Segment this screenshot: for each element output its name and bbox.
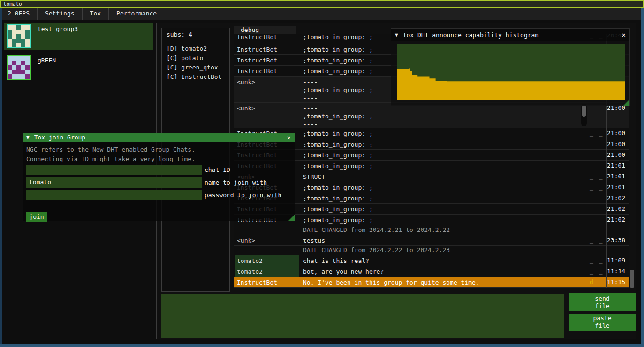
- join-field-name-to-join-with[interactable]: tomato: [26, 177, 202, 188]
- message-flags: _ _: [590, 268, 606, 275]
- dht-histogram-titlebar[interactable]: ▼ Tox DHT announce capability histogram …: [391, 29, 629, 41]
- collapse-icon[interactable]: ▼: [26, 133, 30, 142]
- scrollbar-thumb[interactable]: [630, 270, 634, 288]
- message-text: ;tomato_in_group: ;: [300, 204, 589, 215]
- message-text: testus: [300, 235, 589, 246]
- message-time: 21:01: [607, 184, 628, 191]
- subs-member[interactable]: [D] tomato2: [167, 45, 207, 52]
- message-text: bot, are you new here?: [300, 266, 589, 277]
- tab-debug[interactable]: debug: [234, 26, 296, 34]
- dht-histogram-title: Tox DHT announce capability histogram: [403, 29, 539, 41]
- sender-name: tomato2: [235, 266, 299, 277]
- scrollbar-thumb[interactable]: [582, 105, 586, 117]
- message-time: 21:02: [607, 205, 628, 212]
- message-text: ;tomato_in_group: ;: [300, 150, 589, 161]
- sender-name: <unk>: [235, 235, 299, 246]
- message-flags: _ _: [590, 257, 606, 264]
- sender-name: <unk>: [235, 103, 299, 114]
- close-icon[interactable]: ✕: [287, 133, 291, 142]
- message-time: 11:09: [607, 257, 628, 264]
- window-frame-bottom: [0, 344, 644, 347]
- join-button[interactable]: join: [26, 212, 47, 222]
- table-row[interactable]: tomato2bot, are you new here?_ _11:14: [234, 266, 629, 277]
- message-flags: _ _: [590, 237, 606, 244]
- message-flags: _ _: [590, 130, 606, 137]
- sender-name: tomato2: [235, 255, 299, 266]
- sender-name: InstructBot: [235, 44, 299, 55]
- subs-member[interactable]: [C] green_qtox: [167, 64, 218, 71]
- join-field-password-to-join-with[interactable]: [26, 190, 202, 200]
- send-file-button[interactable]: send file: [569, 293, 636, 311]
- sender-name: <unk>: [235, 77, 299, 87]
- table-row[interactable]: <unk>testus_ _23:38: [234, 235, 629, 246]
- message-text: ;tomato_in_group: ;: [300, 161, 589, 171]
- message-text: ;tomato_in_group: ;: [300, 193, 589, 204]
- join-group-title: Tox join Group: [34, 133, 86, 142]
- message-text: ;tomato_in_group: ;: [300, 139, 589, 150]
- send-file-label: send file: [590, 295, 614, 310]
- join-group-window: ▼ Tox join Group ✕ NGC refers to the New…: [23, 133, 295, 221]
- table-row[interactable]: <unk>----;tomato_in_group: ;----_ _21:00: [234, 103, 629, 128]
- subs-member[interactable]: [C] potato: [167, 54, 203, 62]
- sender-name: InstructBot: [235, 55, 299, 66]
- message-time: 21:02: [607, 194, 628, 201]
- group-avatar: [7, 24, 31, 48]
- table-row[interactable]: InstructBotNo, I've been in this group f…: [234, 277, 629, 288]
- separator: [166, 42, 226, 42]
- group-name: gREEN: [38, 57, 56, 64]
- message-flags: _ _: [590, 140, 606, 147]
- date-changed-label: DATE CHANGED from 2024.2.21 to 2024.2.22: [300, 226, 453, 233]
- message-text: No, I've been in this group for quite so…: [300, 277, 589, 288]
- message-time: 11:14: [607, 268, 628, 275]
- column-separator: [299, 34, 299, 288]
- menu-item-2-0fps[interactable]: 2.0FPS: [0, 8, 38, 20]
- histogram-area: [397, 44, 625, 100]
- message-flags: _ _: [590, 173, 606, 180]
- menu-item-performance[interactable]: Performance: [109, 8, 164, 20]
- table-row[interactable]: tomato2chat is this real?_ _11:09: [234, 255, 629, 266]
- table-row[interactable]: DATE CHANGED from 2024.2.21 to 2024.2.22: [234, 225, 629, 235]
- message-flags: d _: [590, 278, 606, 285]
- join-field-chat-ID[interactable]: [26, 165, 202, 175]
- message-time: 11:15: [607, 278, 628, 285]
- chat-scrollbar[interactable]: [629, 34, 635, 288]
- resize-grip-icon[interactable]: [623, 100, 629, 106]
- window-frame-right: [641, 8, 644, 347]
- join-group-body: NGC refers to the New DHT enabled Group …: [23, 142, 295, 221]
- sender-name: InstructBot: [235, 277, 299, 288]
- subs-count-label: subs: 4: [167, 31, 192, 38]
- sender-name: InstructBot: [235, 66, 299, 77]
- join-field-label: name to join with: [205, 179, 267, 186]
- menu-item-settings[interactable]: Settings: [38, 8, 83, 20]
- message-time: 21:01: [607, 162, 628, 169]
- message-time: 21:00: [607, 151, 628, 158]
- message-time: 21:01: [607, 173, 628, 180]
- message-text: STRUCT: [300, 171, 589, 182]
- message-text: ;tomato_in_group: ;: [300, 128, 589, 139]
- message-time: 23:38: [607, 237, 628, 244]
- message-cell-scrollbar[interactable]: [581, 104, 587, 126]
- table-row[interactable]: DATE CHANGED from 2024.2.22 to 2024.2.23: [234, 246, 629, 255]
- close-icon[interactable]: ✕: [622, 29, 626, 41]
- message-text: chat is this real?: [300, 255, 589, 266]
- sidebar-group-gREEN[interactable]: gREEN: [4, 54, 153, 82]
- collapse-icon[interactable]: ▼: [395, 29, 398, 41]
- join-field-label: password to join with: [205, 192, 281, 199]
- subs-member[interactable]: [C] InstructBot: [167, 73, 221, 80]
- paste-file-label: paste file: [590, 315, 614, 330]
- window-frame-left: [0, 8, 2, 344]
- message-flags: _ _: [590, 216, 606, 223]
- message-input[interactable]: [161, 294, 564, 338]
- message-text: ;tomato_in_group: ;: [300, 182, 589, 193]
- menu-item-tox[interactable]: Tox: [83, 8, 109, 20]
- histogram-series: [397, 69, 625, 100]
- message-flags: _ _: [590, 151, 606, 158]
- resize-grip-icon[interactable]: [288, 215, 295, 221]
- group-name: test_group3: [38, 25, 78, 32]
- join-group-titlebar[interactable]: ▼ Tox join Group ✕: [23, 133, 295, 142]
- message-flags: _ _: [590, 184, 606, 191]
- dht-histogram-body: [391, 41, 629, 106]
- message-text: ;tomato_in_group: ;: [300, 215, 589, 225]
- paste-file-button[interactable]: paste file: [569, 314, 636, 331]
- sidebar-group-test_group3[interactable]: test_group3: [4, 23, 153, 50]
